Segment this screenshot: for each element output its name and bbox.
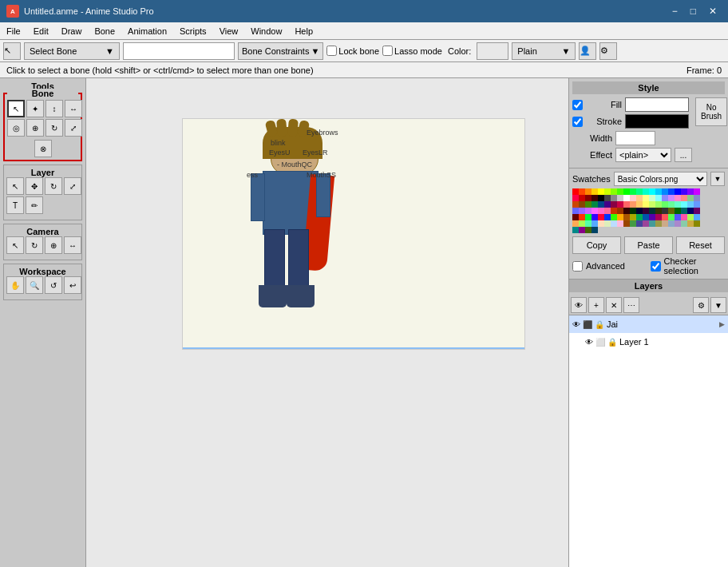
- swatch-100[interactable]: [572, 220, 579, 227]
- swatch-85[interactable]: [604, 214, 611, 220]
- swatch-13[interactable]: [655, 188, 662, 195]
- swatch-69[interactable]: [630, 208, 636, 214]
- layer-visibility-icon-jai[interactable]: 👁: [572, 320, 580, 329]
- swatch-55[interactable]: [668, 201, 675, 208]
- swatch-28[interactable]: [623, 195, 630, 201]
- hand-tool[interactable]: ✋: [6, 276, 24, 294]
- swatch-83[interactable]: [592, 214, 598, 220]
- roll-camera-tool[interactable]: ↔: [64, 236, 81, 254]
- swatch-123[interactable]: [592, 227, 598, 233]
- swatch-66[interactable]: [611, 208, 617, 214]
- swatch-60[interactable]: [572, 208, 579, 214]
- swatch-7[interactable]: [617, 188, 623, 195]
- swatch-51[interactable]: [643, 201, 649, 208]
- swatch-103[interactable]: [592, 220, 598, 227]
- layer-eyedrop-tool[interactable]: ✏: [26, 196, 43, 214]
- move-layer-tool[interactable]: ✥: [26, 177, 43, 195]
- swatch-0[interactable]: [572, 188, 579, 195]
- swatch-1[interactable]: [579, 188, 585, 195]
- rotate-workspace-tool[interactable]: ↺: [45, 276, 62, 294]
- tool-arrow-button[interactable]: ↖: [3, 42, 21, 60]
- swatch-34[interactable]: [662, 195, 668, 201]
- swatch-64[interactable]: [598, 208, 604, 214]
- swatch-58[interactable]: [687, 201, 694, 208]
- swatch-47[interactable]: [617, 201, 623, 208]
- swatch-77[interactable]: [681, 208, 687, 214]
- reparent-bone-tool[interactable]: ↔: [65, 100, 82, 117]
- swatch-30[interactable]: [636, 195, 643, 201]
- layer-item-layer1[interactable]: 👁 ⬜ 🔒 Layer 1: [569, 333, 728, 351]
- swatch-21[interactable]: [579, 195, 585, 201]
- swatch-63[interactable]: [592, 208, 598, 214]
- swatch-3[interactable]: [592, 188, 598, 195]
- swatch-20[interactable]: [572, 195, 579, 201]
- swatch-68[interactable]: [623, 208, 630, 214]
- swatch-116[interactable]: [675, 220, 681, 227]
- swatch-120[interactable]: [572, 227, 579, 233]
- swatch-22[interactable]: [585, 195, 592, 201]
- reset-workspace-tool[interactable]: ↩: [64, 276, 81, 294]
- swatch-19[interactable]: [694, 188, 700, 195]
- swatch-104[interactable]: [598, 220, 604, 227]
- swatch-98[interactable]: [687, 214, 694, 220]
- swatch-8[interactable]: [623, 188, 630, 195]
- layer-text-tool[interactable]: T: [6, 196, 24, 214]
- swatch-117[interactable]: [681, 220, 687, 227]
- swatch-113[interactable]: [655, 220, 662, 227]
- swatch-84[interactable]: [598, 214, 604, 220]
- lasso-mode-checkbox[interactable]: [382, 46, 393, 56]
- lock-bone-checkbox[interactable]: [326, 46, 337, 56]
- close-button[interactable]: ✕: [704, 4, 722, 18]
- menu-help[interactable]: Help: [288, 22, 319, 40]
- layer-add-button[interactable]: +: [588, 297, 604, 313]
- layer-expand-arrow[interactable]: ▶: [719, 320, 725, 328]
- swatch-35[interactable]: [668, 195, 675, 201]
- swatch-114[interactable]: [662, 220, 668, 227]
- swatch-62[interactable]: [585, 208, 592, 214]
- swatch-43[interactable]: [592, 201, 598, 208]
- swatch-80[interactable]: [572, 214, 579, 220]
- swatch-93[interactable]: [655, 214, 662, 220]
- no-brush-button[interactable]: NoBrush: [695, 97, 727, 126]
- swatch-106[interactable]: [611, 220, 617, 227]
- swatch-57[interactable]: [681, 201, 687, 208]
- layer-menu-button[interactable]: ▼: [710, 297, 726, 313]
- translate-layer-tool[interactable]: ↖: [6, 177, 24, 195]
- swatch-99[interactable]: [694, 214, 700, 220]
- effect-edit-button[interactable]: ...: [675, 148, 692, 162]
- swatch-71[interactable]: [643, 208, 649, 214]
- paste-button[interactable]: Paste: [624, 236, 673, 254]
- swatch-5[interactable]: [604, 188, 611, 195]
- swatch-39[interactable]: [694, 195, 700, 201]
- advanced-checkbox[interactable]: [572, 261, 583, 272]
- swatch-4[interactable]: [598, 188, 604, 195]
- swatch-90[interactable]: [636, 214, 643, 220]
- swatch-86[interactable]: [611, 214, 617, 220]
- select-bone-tool[interactable]: ↖: [7, 100, 25, 117]
- move-bone-tool[interactable]: ↕: [46, 100, 63, 117]
- canvas-area[interactable]: Eyebrows blink EyesU EyesLR - MouthQC Mo…: [86, 78, 568, 567]
- swatch-31[interactable]: [643, 195, 649, 201]
- swatch-97[interactable]: [681, 214, 687, 220]
- menu-animation[interactable]: Animation: [121, 22, 173, 40]
- swatch-14[interactable]: [662, 188, 668, 195]
- swatch-111[interactable]: [643, 220, 649, 227]
- swatch-24[interactable]: [598, 195, 604, 201]
- bone-width-tool[interactable]: ⊕: [26, 119, 44, 137]
- swatch-110[interactable]: [636, 220, 643, 227]
- create-bone-tool[interactable]: ✦: [26, 100, 44, 117]
- swatch-92[interactable]: [649, 214, 655, 220]
- swatch-50[interactable]: [636, 201, 643, 208]
- swatch-121[interactable]: [579, 227, 585, 233]
- swatch-101[interactable]: [579, 220, 585, 227]
- maximize-button[interactable]: □: [686, 4, 701, 18]
- swatch-41[interactable]: [579, 201, 585, 208]
- select-bone-button[interactable]: Select Bone ▼: [24, 42, 120, 60]
- swatch-52[interactable]: [649, 201, 655, 208]
- swatch-78[interactable]: [687, 208, 694, 214]
- swatch-9[interactable]: [630, 188, 636, 195]
- width-input[interactable]: 4: [615, 131, 655, 145]
- menu-scripts[interactable]: Scripts: [173, 22, 213, 40]
- select-bone-dropdown[interactable]: Select Bone ▼: [24, 42, 120, 60]
- swatch-67[interactable]: [617, 208, 623, 214]
